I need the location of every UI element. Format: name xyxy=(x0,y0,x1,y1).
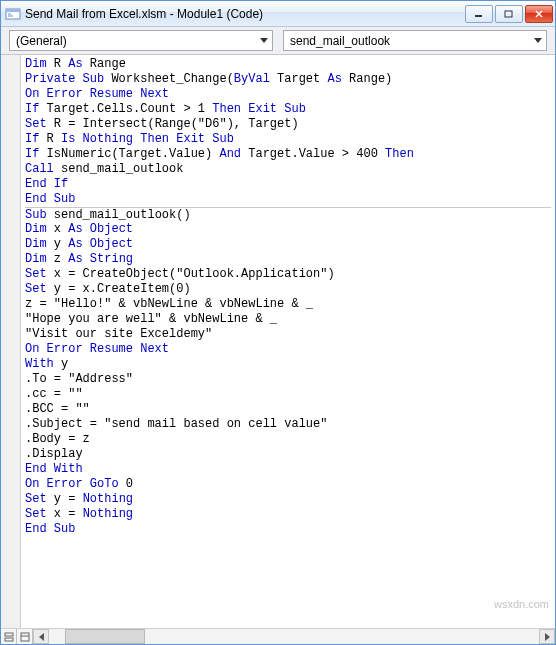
code-text[interactable]: Dim R As RangePrivate Sub Worksheet_Chan… xyxy=(23,55,555,541)
svg-rect-6 xyxy=(21,633,29,641)
code-line[interactable]: Dim x As Object xyxy=(25,222,551,237)
code-line[interactable]: "Visit our site Exceldemy" xyxy=(25,327,551,342)
code-line[interactable]: Set R = Intersect(Range("D6"), Target) xyxy=(25,117,551,132)
object-dropdown[interactable]: (General) xyxy=(9,30,273,51)
full-module-view-icon xyxy=(20,632,30,642)
code-line[interactable]: .Body = z xyxy=(25,432,551,447)
code-line[interactable]: On Error Resume Next xyxy=(25,87,551,102)
code-line[interactable]: Set y = Nothing xyxy=(25,492,551,507)
code-line[interactable]: .Display xyxy=(25,447,551,462)
code-line[interactable]: Set y = x.CreateItem(0) xyxy=(25,282,551,297)
horizontal-scrollbar xyxy=(1,628,555,644)
minimize-button[interactable] xyxy=(465,5,493,23)
code-line[interactable]: Sub send_mail_outlook() xyxy=(25,207,551,222)
code-line[interactable]: End Sub xyxy=(25,522,551,537)
object-procedure-bar: (General) send_mail_outlook xyxy=(1,27,555,55)
arrow-left-icon xyxy=(39,633,44,641)
code-line[interactable]: End If xyxy=(25,177,551,192)
code-line[interactable]: Private Sub Worksheet_Change(ByVal Targe… xyxy=(25,72,551,87)
code-line[interactable]: End With xyxy=(25,462,551,477)
code-line[interactable]: "Hope you are well" & vbNewLine & _ xyxy=(25,312,551,327)
procedure-view-icon xyxy=(4,632,14,642)
titlebar[interactable]: Send Mail from Excel.xlsm - Module1 (Cod… xyxy=(1,1,555,27)
window-controls xyxy=(465,5,553,23)
svg-rect-5 xyxy=(5,638,13,641)
svg-rect-4 xyxy=(5,633,13,636)
scroll-thumb[interactable] xyxy=(65,629,145,644)
code-line[interactable]: .To = "Address" xyxy=(25,372,551,387)
procedure-dropdown-value: send_mail_outlook xyxy=(290,34,390,48)
code-margin xyxy=(1,55,21,628)
code-line[interactable]: Dim y As Object xyxy=(25,237,551,252)
full-module-view-button[interactable] xyxy=(17,629,33,644)
close-icon xyxy=(534,10,544,18)
scroll-track[interactable] xyxy=(49,629,539,644)
scroll-left-button[interactable] xyxy=(33,629,49,644)
watermark: wsxdn.com xyxy=(494,598,549,610)
minimize-icon xyxy=(474,10,484,18)
maximize-icon xyxy=(504,10,514,18)
svg-rect-1 xyxy=(6,9,20,12)
object-dropdown-value: (General) xyxy=(16,34,67,48)
code-line[interactable]: Dim R As Range xyxy=(25,57,551,72)
code-line[interactable]: If Target.Cells.Count > 1 Then Exit Sub xyxy=(25,102,551,117)
code-line[interactable]: If IsNumeric(Target.Value) And Target.Va… xyxy=(25,147,551,162)
procedure-dropdown[interactable]: send_mail_outlook xyxy=(283,30,547,51)
app-icon xyxy=(5,6,21,22)
window-title: Send Mail from Excel.xlsm - Module1 (Cod… xyxy=(25,7,461,21)
arrow-right-icon xyxy=(545,633,550,641)
chevron-down-icon xyxy=(534,38,542,43)
vba-code-window: Send Mail from Excel.xlsm - Module1 (Cod… xyxy=(0,0,556,645)
code-line[interactable]: .Subject = "send mail based on cell valu… xyxy=(25,417,551,432)
scroll-right-button[interactable] xyxy=(539,629,555,644)
close-button[interactable] xyxy=(525,5,553,23)
maximize-button[interactable] xyxy=(495,5,523,23)
chevron-down-icon xyxy=(260,38,268,43)
code-line[interactable]: Call send_mail_outlook xyxy=(25,162,551,177)
code-line[interactable]: Set x = CreateObject("Outlook.Applicatio… xyxy=(25,267,551,282)
code-line[interactable]: On Error GoTo 0 xyxy=(25,477,551,492)
code-line[interactable]: .cc = "" xyxy=(25,387,551,402)
code-line[interactable]: Dim z As String xyxy=(25,252,551,267)
code-line[interactable]: .BCC = "" xyxy=(25,402,551,417)
code-line[interactable]: End Sub xyxy=(25,192,551,207)
code-line[interactable]: If R Is Nothing Then Exit Sub xyxy=(25,132,551,147)
svg-rect-3 xyxy=(505,11,512,17)
code-area: Dim R As RangePrivate Sub Worksheet_Chan… xyxy=(1,55,555,644)
code-viewport[interactable]: Dim R As RangePrivate Sub Worksheet_Chan… xyxy=(1,55,555,628)
code-line[interactable]: z = "Hello!" & vbNewLine & vbNewLine & _ xyxy=(25,297,551,312)
code-line[interactable]: Set x = Nothing xyxy=(25,507,551,522)
code-line[interactable]: On Error Resume Next xyxy=(25,342,551,357)
procedure-view-button[interactable] xyxy=(1,629,17,644)
code-line[interactable]: With y xyxy=(25,357,551,372)
